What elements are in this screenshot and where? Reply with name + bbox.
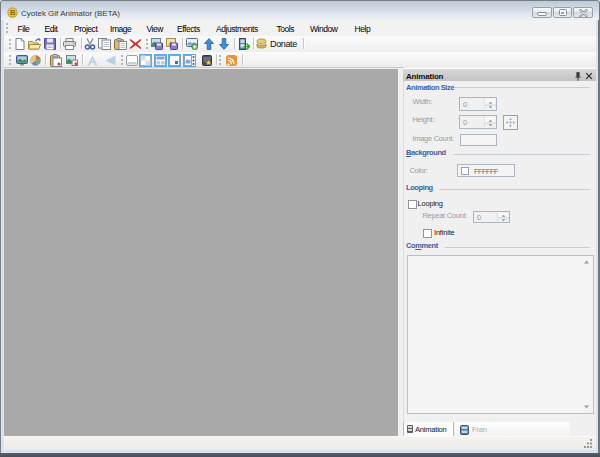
svg-text:B: B [10, 8, 16, 17]
